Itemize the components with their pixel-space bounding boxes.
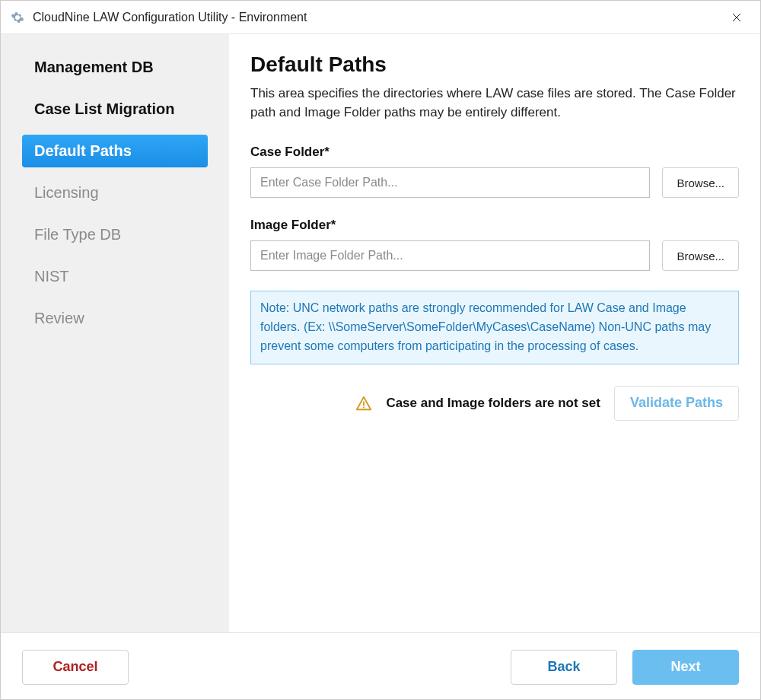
titlebar: CloudNine LAW Configuration Utility - En…: [1, 1, 760, 34]
cancel-button[interactable]: Cancel: [22, 650, 129, 685]
close-button[interactable]: [719, 1, 754, 34]
sidebar-item-management-db[interactable]: Management DB: [22, 51, 208, 84]
next-button[interactable]: Next: [632, 650, 739, 685]
image-folder-browse-button[interactable]: Browse...: [662, 240, 739, 271]
close-icon: [732, 13, 741, 22]
case-folder-browse-button[interactable]: Browse...: [662, 167, 739, 198]
sidebar-item-default-paths[interactable]: Default Paths: [22, 135, 208, 167]
body: Management DB Case List Migration Defaul…: [1, 34, 760, 632]
validate-paths-button[interactable]: Validate Paths: [614, 386, 739, 421]
image-folder-label: Image Folder*: [250, 218, 739, 233]
sidebar-item-review[interactable]: Review: [22, 302, 208, 335]
unc-note: Note: UNC network paths are strongly rec…: [250, 291, 739, 364]
window-title: CloudNine LAW Configuration Utility - En…: [33, 11, 719, 24]
image-folder-input[interactable]: [250, 240, 650, 271]
sidebar-item-file-type-db[interactable]: File Type DB: [22, 218, 208, 251]
footer: Cancel Back Next: [1, 632, 760, 700]
back-button[interactable]: Back: [511, 650, 617, 685]
case-folder-input[interactable]: [250, 167, 650, 198]
page-title: Default Paths: [250, 52, 739, 77]
main-panel: Default Paths This area specifies the di…: [229, 34, 760, 632]
app-gear-icon: [10, 10, 25, 25]
warning-icon: [355, 395, 372, 412]
sidebar-item-case-list-migration[interactable]: Case List Migration: [22, 93, 208, 126]
svg-point-0: [363, 406, 365, 408]
validate-row: Case and Image folders are not set Valid…: [250, 386, 739, 421]
sidebar-item-licensing[interactable]: Licensing: [22, 177, 208, 209]
sidebar: Management DB Case List Migration Defaul…: [1, 34, 229, 632]
warning-text: Case and Image folders are not set: [386, 396, 600, 411]
case-folder-label: Case Folder*: [250, 145, 739, 160]
page-description: This area specifies the directories wher…: [250, 84, 737, 122]
sidebar-item-nist[interactable]: NIST: [22, 260, 208, 293]
image-folder-row: Browse...: [250, 240, 739, 271]
case-folder-row: Browse...: [250, 167, 739, 198]
